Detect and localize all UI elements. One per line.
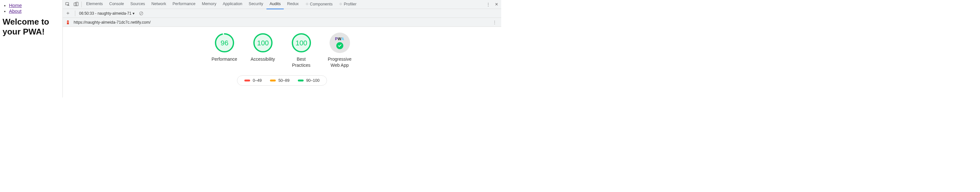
- legend-item-bad: 0–49: [244, 78, 262, 83]
- more-icon[interactable]: ⋮: [484, 0, 492, 9]
- devtools-tab-redux[interactable]: Redux: [284, 0, 302, 9]
- devtools-tab-application[interactable]: Application: [220, 0, 245, 9]
- divider: [75, 11, 75, 16]
- close-icon[interactable]: ✕: [492, 0, 501, 9]
- gauge-label: ProgressiveWeb App: [328, 56, 352, 68]
- devtools-tab-performance[interactable]: Performance: [169, 0, 199, 9]
- legend-swatch: [270, 80, 276, 82]
- audit-urlbar: https://naughty-almeida-71dc7c.netlify.c…: [63, 18, 501, 27]
- devtools-tab-elements[interactable]: Elements: [83, 0, 106, 9]
- audit-url: https://naughty-almeida-71dc7c.netlify.c…: [74, 20, 151, 25]
- legend-range: 90–100: [306, 78, 320, 83]
- devtools-tab-components[interactable]: ⚛Components: [302, 0, 336, 9]
- nav-link-about[interactable]: About: [9, 8, 21, 14]
- pwa-badge: PWA: [329, 33, 350, 53]
- clear-icon[interactable]: [137, 9, 145, 17]
- devtools-tab-console[interactable]: Console: [106, 0, 127, 9]
- legend-swatch: [244, 80, 250, 82]
- audit-results: 96 Performance 100 Accessibility 100 Bes…: [63, 27, 501, 98]
- legend-range: 50–89: [278, 78, 290, 83]
- nav-list: Home About: [3, 3, 60, 14]
- legend-item-mid: 50–89: [270, 78, 290, 83]
- new-audit-button[interactable]: ＋: [65, 10, 71, 17]
- devtools-tab-security[interactable]: Security: [246, 0, 266, 9]
- chevron-down-icon: ▾: [133, 11, 135, 16]
- gauge-accessibility[interactable]: 100 Accessibility: [248, 33, 278, 62]
- gauge-pwa[interactable]: PWA ProgressiveWeb App: [325, 33, 355, 68]
- svg-text:100: 100: [295, 39, 307, 47]
- divider: [81, 2, 82, 7]
- devtools-tab-sources[interactable]: Sources: [127, 0, 148, 9]
- page-heading: Welcome to your PWA!: [3, 17, 60, 37]
- gauge-row: 96 Performance 100 Accessibility 100 Bes…: [209, 33, 355, 68]
- devtools-tabstrip: ElementsConsoleSourcesNetworkPerformance…: [63, 0, 501, 9]
- gauge-best-practices[interactable]: 100 BestPractices: [286, 33, 317, 68]
- devtools-tab-profiler[interactable]: ⚛Profiler: [336, 0, 360, 9]
- url-menu-icon[interactable]: ⋮: [490, 18, 499, 27]
- legend-range: 0–49: [253, 78, 262, 83]
- audit-run-select[interactable]: 06:50:33 - naughty-almeida-71 ▾: [79, 11, 135, 16]
- toggle-device-icon[interactable]: [72, 0, 80, 9]
- devtools-tab-network[interactable]: Network: [148, 0, 169, 9]
- gauge-label: BestPractices: [292, 56, 311, 68]
- check-icon: [336, 42, 343, 49]
- gauge-performance[interactable]: 96 Performance: [209, 33, 240, 62]
- lighthouse-icon: [65, 20, 70, 25]
- devtools-tab-memory[interactable]: Memory: [199, 0, 220, 9]
- nav-item: About: [9, 8, 60, 14]
- legend-item-good: 90–100: [298, 78, 320, 83]
- svg-rect-1: [74, 3, 76, 6]
- svg-text:100: 100: [257, 39, 269, 47]
- audit-run-label: 06:50:33 - naughty-almeida-71: [79, 11, 131, 16]
- devtools: ElementsConsoleSourcesNetworkPerformance…: [62, 0, 501, 98]
- inspect-element-icon[interactable]: [64, 0, 72, 9]
- score-legend: 0–4950–8990–100: [237, 76, 327, 86]
- legend-swatch: [298, 80, 304, 82]
- svg-line-4: [140, 12, 143, 14]
- gauge-label: Performance: [212, 56, 237, 62]
- svg-text:96: 96: [220, 39, 228, 47]
- page-content: Home About Welcome to your PWA!: [0, 0, 62, 98]
- devtools-tab-audits[interactable]: Audits: [266, 0, 284, 9]
- nav-item: Home: [9, 3, 60, 8]
- gauge-label: Accessibility: [250, 56, 275, 62]
- audits-toolbar: ＋ 06:50:33 - naughty-almeida-71 ▾: [63, 9, 501, 18]
- nav-link-home[interactable]: Home: [9, 3, 22, 8]
- svg-rect-5: [67, 22, 69, 22]
